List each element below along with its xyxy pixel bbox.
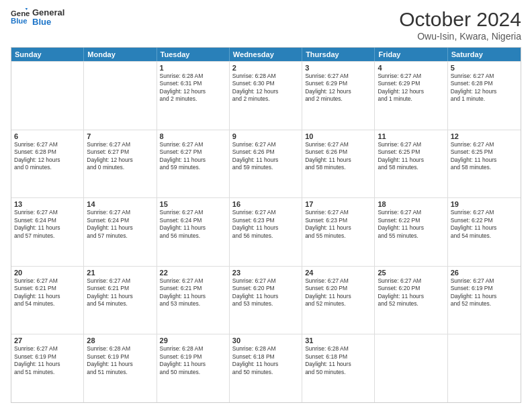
cell-day-number: 6 — [14, 132, 81, 140]
cell-2-1: 14Sunrise: 6:27 AM Sunset: 6:24 PM Dayli… — [84, 198, 157, 266]
cell-4-1: 28Sunrise: 6:28 AM Sunset: 6:19 PM Dayli… — [84, 334, 157, 402]
cell-day-number: 19 — [451, 200, 518, 208]
cell-day-number: 13 — [14, 200, 81, 208]
cell-info: Sunrise: 6:28 AM Sunset: 6:18 PM Dayligh… — [305, 345, 371, 376]
page: General Blue General Blue October 2024 O… — [0, 0, 532, 411]
cell-info: Sunrise: 6:27 AM Sunset: 6:19 PM Dayligh… — [451, 277, 518, 308]
cell-info: Sunrise: 6:27 AM Sunset: 6:26 PM Dayligh… — [305, 141, 371, 172]
cell-info: Sunrise: 6:27 AM Sunset: 6:23 PM Dayligh… — [305, 209, 371, 240]
cell-day-number: 14 — [87, 200, 153, 208]
cell-day-number: 18 — [378, 200, 444, 208]
cell-4-6 — [448, 334, 521, 402]
week-row-2: 6Sunrise: 6:27 AM Sunset: 6:28 PM Daylig… — [11, 130, 521, 198]
cell-2-5: 18Sunrise: 6:27 AM Sunset: 6:22 PM Dayli… — [375, 198, 447, 266]
header-wednesday: Wednesday — [230, 48, 302, 61]
cell-day-number: 15 — [160, 200, 226, 208]
cell-info: Sunrise: 6:28 AM Sunset: 6:19 PM Dayligh… — [160, 345, 226, 376]
cell-day-number: 27 — [14, 336, 81, 345]
cell-info: Sunrise: 6:27 AM Sunset: 6:28 PM Dayligh… — [14, 141, 81, 172]
cell-0-1 — [84, 62, 157, 130]
cell-day-number: 17 — [305, 200, 371, 208]
cell-3-6: 26Sunrise: 6:27 AM Sunset: 6:19 PM Dayli… — [448, 267, 521, 334]
cell-3-1: 21Sunrise: 6:27 AM Sunset: 6:21 PM Dayli… — [84, 267, 157, 334]
cell-info: Sunrise: 6:28 AM Sunset: 6:31 PM Dayligh… — [160, 73, 226, 103]
cell-0-3: 2Sunrise: 6:28 AM Sunset: 6:30 PM Daylig… — [230, 62, 302, 130]
cell-info: Sunrise: 6:27 AM Sunset: 6:29 PM Dayligh… — [378, 73, 444, 103]
cell-1-6: 12Sunrise: 6:27 AM Sunset: 6:25 PM Dayli… — [448, 130, 521, 198]
cell-day-number: 10 — [305, 132, 371, 140]
cell-info: Sunrise: 6:27 AM Sunset: 6:20 PM Dayligh… — [378, 277, 444, 308]
week-row-3: 13Sunrise: 6:27 AM Sunset: 6:24 PM Dayli… — [11, 197, 521, 266]
cell-3-4: 24Sunrise: 6:27 AM Sunset: 6:20 PM Dayli… — [302, 267, 375, 334]
header-thursday: Thursday — [302, 48, 375, 61]
cell-info: Sunrise: 6:27 AM Sunset: 6:23 PM Dayligh… — [232, 209, 299, 240]
cell-info: Sunrise: 6:27 AM Sunset: 6:26 PM Dayligh… — [232, 141, 299, 172]
cell-info: Sunrise: 6:27 AM Sunset: 6:24 PM Dayligh… — [87, 209, 153, 240]
cell-1-3: 9Sunrise: 6:27 AM Sunset: 6:26 PM Daylig… — [230, 130, 302, 198]
cell-info: Sunrise: 6:27 AM Sunset: 6:29 PM Dayligh… — [305, 73, 371, 103]
cell-4-2: 29Sunrise: 6:28 AM Sunset: 6:19 PM Dayli… — [157, 334, 230, 402]
cell-day-number: 28 — [87, 336, 153, 345]
cell-4-5 — [375, 334, 447, 402]
cell-0-2: 1Sunrise: 6:28 AM Sunset: 6:31 PM Daylig… — [157, 62, 230, 130]
cell-day-number: 16 — [232, 200, 299, 208]
cell-1-0: 6Sunrise: 6:27 AM Sunset: 6:28 PM Daylig… — [11, 130, 84, 198]
cell-day-number: 11 — [378, 132, 444, 140]
title-block: October 2024 Owu-Isin, Kwara, Nigeria — [399, 8, 521, 42]
cell-info: Sunrise: 6:28 AM Sunset: 6:18 PM Dayligh… — [232, 345, 299, 376]
cell-3-2: 22Sunrise: 6:27 AM Sunset: 6:21 PM Dayli… — [157, 267, 230, 334]
header-friday: Friday — [375, 48, 447, 61]
location: Owu-Isin, Kwara, Nigeria — [399, 31, 521, 42]
cell-info: Sunrise: 6:27 AM Sunset: 6:27 PM Dayligh… — [160, 141, 226, 172]
cell-info: Sunrise: 6:27 AM Sunset: 6:21 PM Dayligh… — [160, 277, 226, 308]
cell-3-3: 23Sunrise: 6:27 AM Sunset: 6:20 PM Dayli… — [230, 267, 302, 334]
cell-info: Sunrise: 6:28 AM Sunset: 6:30 PM Dayligh… — [232, 73, 299, 103]
week-row-4: 20Sunrise: 6:27 AM Sunset: 6:21 PM Dayli… — [11, 266, 521, 334]
cell-info: Sunrise: 6:27 AM Sunset: 6:28 PM Dayligh… — [451, 73, 518, 103]
header-monday: Monday — [84, 48, 157, 61]
logo-icon: General Blue — [11, 8, 30, 27]
cell-1-5: 11Sunrise: 6:27 AM Sunset: 6:25 PM Dayli… — [375, 130, 447, 198]
cell-day-number: 20 — [14, 269, 81, 277]
week-row-1: 1Sunrise: 6:28 AM Sunset: 6:31 PM Daylig… — [11, 61, 521, 130]
header-saturday: Saturday — [448, 48, 521, 61]
cell-info: Sunrise: 6:27 AM Sunset: 6:20 PM Dayligh… — [232, 277, 299, 308]
cell-day-number: 21 — [87, 269, 153, 277]
cell-day-number: 5 — [451, 64, 518, 72]
cell-3-0: 20Sunrise: 6:27 AM Sunset: 6:21 PM Dayli… — [11, 267, 84, 334]
cell-day-number: 26 — [451, 269, 518, 277]
logo-line2: Blue — [32, 17, 64, 27]
cell-1-1: 7Sunrise: 6:27 AM Sunset: 6:27 PM Daylig… — [84, 130, 157, 198]
cell-4-3: 30Sunrise: 6:28 AM Sunset: 6:18 PM Dayli… — [230, 334, 302, 402]
cell-day-number: 12 — [451, 132, 518, 140]
cell-info: Sunrise: 6:27 AM Sunset: 6:22 PM Dayligh… — [378, 209, 444, 240]
cell-0-0 — [11, 62, 84, 130]
cell-1-4: 10Sunrise: 6:27 AM Sunset: 6:26 PM Dayli… — [302, 130, 375, 198]
cell-day-number: 9 — [232, 132, 299, 140]
cell-2-0: 13Sunrise: 6:27 AM Sunset: 6:24 PM Dayli… — [11, 198, 84, 266]
cell-day-number: 7 — [87, 132, 153, 140]
svg-text:Blue: Blue — [11, 17, 28, 25]
week-row-5: 27Sunrise: 6:27 AM Sunset: 6:19 PM Dayli… — [11, 334, 521, 402]
cell-day-number: 29 — [160, 336, 226, 345]
header-sunday: Sunday — [11, 48, 84, 61]
cell-info: Sunrise: 6:27 AM Sunset: 6:25 PM Dayligh… — [451, 141, 518, 172]
calendar: Sunday Monday Tuesday Wednesday Thursday… — [11, 47, 521, 403]
cell-1-2: 8Sunrise: 6:27 AM Sunset: 6:27 PM Daylig… — [157, 130, 230, 198]
header: General Blue General Blue October 2024 O… — [11, 8, 521, 42]
cell-2-4: 17Sunrise: 6:27 AM Sunset: 6:23 PM Dayli… — [302, 198, 375, 266]
cell-info: Sunrise: 6:27 AM Sunset: 6:27 PM Dayligh… — [87, 141, 153, 172]
logo-line1: General — [32, 8, 64, 17]
cell-0-6: 5Sunrise: 6:27 AM Sunset: 6:28 PM Daylig… — [448, 62, 521, 130]
cell-day-number: 23 — [232, 269, 299, 277]
calendar-body: 1Sunrise: 6:28 AM Sunset: 6:31 PM Daylig… — [11, 61, 521, 402]
cell-day-number: 25 — [378, 269, 444, 277]
cell-day-number: 1 — [160, 64, 226, 72]
cell-0-5: 4Sunrise: 6:27 AM Sunset: 6:29 PM Daylig… — [375, 62, 447, 130]
cell-info: Sunrise: 6:27 AM Sunset: 6:24 PM Dayligh… — [160, 209, 226, 240]
cell-0-4: 3Sunrise: 6:27 AM Sunset: 6:29 PM Daylig… — [302, 62, 375, 130]
cell-4-0: 27Sunrise: 6:27 AM Sunset: 6:19 PM Dayli… — [11, 334, 84, 402]
cell-info: Sunrise: 6:28 AM Sunset: 6:19 PM Dayligh… — [87, 345, 153, 376]
cell-info: Sunrise: 6:27 AM Sunset: 6:19 PM Dayligh… — [14, 345, 81, 376]
cell-info: Sunrise: 6:27 AM Sunset: 6:22 PM Dayligh… — [451, 209, 518, 240]
